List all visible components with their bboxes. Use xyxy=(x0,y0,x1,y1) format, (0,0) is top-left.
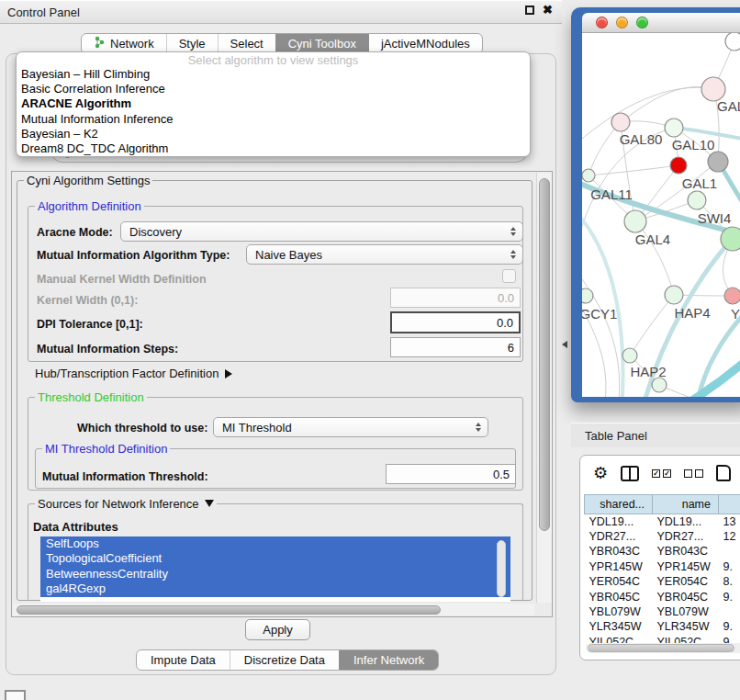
hub-definition-label: Hub/Transcription Factor Definition xyxy=(35,367,219,380)
attribute-item-selfloops[interactable]: SelfLoops xyxy=(40,536,510,551)
table-cell[interactable]: 8. xyxy=(719,574,740,589)
network-window-titlebar[interactable] xyxy=(582,13,740,33)
network-node[interactable] xyxy=(670,157,687,174)
table-cell[interactable]: YER054C xyxy=(653,574,719,589)
tab-select[interactable]: Select xyxy=(218,34,275,53)
algorithm-option-basic-correlation-inference[interactable]: Basic Correlation Inference xyxy=(17,82,530,96)
dpi-tolerance-field[interactable] xyxy=(390,311,521,333)
table-cell[interactable]: YER054C xyxy=(585,574,653,589)
table-cell[interactable]: YBR043C xyxy=(585,544,653,559)
table-cell[interactable]: YPR145W xyxy=(585,559,653,574)
manual-kernel-checkbox[interactable] xyxy=(502,269,516,283)
deselect-all-checkboxes-icon[interactable] xyxy=(684,469,703,478)
table-row[interactable]: YBL079WYBL079W xyxy=(585,604,740,619)
table-cell[interactable]: YBL079W xyxy=(585,604,653,619)
table-cell[interactable]: YDL19... xyxy=(585,514,653,529)
apply-button[interactable]: Apply xyxy=(245,619,310,640)
table-cell[interactable]: YDL19... xyxy=(653,514,719,529)
attribute-item-betweennesscentrality[interactable]: BetweennessCentrality xyxy=(40,567,510,581)
bottom-tab-discretize-data[interactable]: Discretize Data xyxy=(230,650,339,670)
table-cell[interactable]: 13 xyxy=(719,514,740,529)
table-row[interactable]: YDR27...YDR27...12 xyxy=(585,529,740,544)
network-node-gcy1[interactable] xyxy=(582,288,593,303)
column-header-shared-name[interactable]: shared... xyxy=(585,495,653,514)
tab-cyni-toolbox[interactable]: Cyni Toolbox xyxy=(275,34,368,53)
network-node[interactable] xyxy=(725,33,740,51)
tab-network[interactable]: Network xyxy=(82,34,166,53)
table-cell[interactable]: 12 xyxy=(719,529,740,544)
table-cell[interactable] xyxy=(719,544,740,559)
table-cell[interactable]: YBR045C xyxy=(653,589,719,604)
table-cell[interactable]: YLR345W xyxy=(585,619,653,634)
table-horizontal-scrollbar[interactable] xyxy=(586,643,740,653)
table-cell[interactable]: YBL079W xyxy=(653,604,719,619)
network-node-hap4[interactable] xyxy=(665,286,683,304)
zoom-traffic-light-icon[interactable] xyxy=(636,17,648,28)
mi-threshold-field[interactable] xyxy=(386,464,516,484)
table-cell[interactable] xyxy=(719,604,740,619)
aracne-mode-combo[interactable]: Discovery xyxy=(120,221,523,242)
close-icon[interactable]: ✖ xyxy=(543,6,553,15)
hub-definition-toggle[interactable]: Hub/Transcription Factor Definition xyxy=(35,367,232,380)
collapsed-panel-widget[interactable] xyxy=(5,690,26,700)
attributes-scrollbar-thumb[interactable] xyxy=(497,540,506,597)
table-horizontal-scrollbar-thumb[interactable] xyxy=(588,644,734,652)
network-node-gal4[interactable] xyxy=(624,210,646,232)
table-row[interactable]: YBR043CYBR043C xyxy=(585,544,740,559)
table-cell[interactable]: 9. xyxy=(719,619,740,634)
network-node[interactable] xyxy=(652,378,667,392)
tab-style[interactable]: Style xyxy=(166,34,218,53)
table-cell[interactable]: 9. xyxy=(719,589,740,604)
table-row[interactable]: YER054CYER054C8. xyxy=(585,574,740,589)
bottom-tab-impute-data[interactable]: Impute Data xyxy=(137,650,230,670)
data-attributes-list[interactable]: SelfLoopsTopologicalCoefficientBetweenne… xyxy=(40,536,510,602)
kernel-width-field[interactable] xyxy=(390,288,521,308)
network-node-gal1[interactable] xyxy=(688,191,706,209)
column-header-name[interactable]: name xyxy=(653,495,719,514)
network-canvas[interactable]: GALGAL80GAL10GAL1GAL11GAL4GCY1HAP4YHAP2S… xyxy=(582,33,740,397)
mi-type-combo[interactable]: Naive Bayes xyxy=(246,244,523,265)
tab-jactivemnodules[interactable]: jActiveMNodules xyxy=(368,34,482,53)
table-panel-body: ⚙ ✓✓ shared... name YDL19...YDL19...13YD… xyxy=(579,455,740,660)
algorithm-option-dream8-dc-tdc-algorithm[interactable]: Dream8 DC_TDC Algorithm xyxy=(17,141,530,156)
float-window-icon[interactable] xyxy=(525,6,534,15)
bottom-tab-infer-network[interactable]: Infer Network xyxy=(339,650,438,670)
split-columns-icon[interactable] xyxy=(621,466,639,481)
network-node-gal11[interactable] xyxy=(582,169,595,182)
close-traffic-light-icon[interactable] xyxy=(596,17,608,28)
export-table-icon[interactable] xyxy=(716,465,731,481)
network-node-y[interactable] xyxy=(724,288,740,304)
which-threshold-combo[interactable]: MI Threshold xyxy=(213,417,488,437)
algorithm-option-bayesian-k2[interactable]: Bayesian – K2 xyxy=(17,127,530,141)
algorithm-option-bayesian-hill-climbing[interactable]: Bayesian – Hill Climbing xyxy=(17,67,530,82)
algorithm-option-mutual-information-inference[interactable]: Mutual Information Inference xyxy=(17,112,530,127)
table-row[interactable]: YBR045CYBR045C9. xyxy=(585,589,740,604)
network-node-hap2[interactable] xyxy=(622,348,637,363)
table-cell[interactable]: YBR043C xyxy=(653,544,719,559)
attribute-item-topologicalcoefficient[interactable]: TopologicalCoefficient xyxy=(40,551,510,566)
table-row[interactable]: YPR145WYPR145W9. xyxy=(585,559,740,574)
settings-horizontal-scrollbar-thumb[interactable] xyxy=(17,605,441,615)
network-node[interactable] xyxy=(721,227,740,251)
network-node-gal80[interactable] xyxy=(611,113,630,131)
attribute-item-gal4rgexp[interactable]: gal4RGexp xyxy=(40,581,510,596)
minimize-traffic-light-icon[interactable] xyxy=(616,17,628,28)
table-cell[interactable]: YBR045C xyxy=(585,589,653,604)
network-node[interactable] xyxy=(708,152,728,172)
table-cell[interactable]: YLR345W xyxy=(653,619,719,634)
algorithm-option-aracne-algorithm[interactable]: ARACNE Algorithm xyxy=(17,96,530,111)
table-cell[interactable]: YDR27... xyxy=(585,529,653,544)
settings-vertical-scrollbar-thumb[interactable] xyxy=(539,178,550,531)
network-node-gal10[interactable] xyxy=(665,119,683,137)
sources-title-text: Sources for Network Inference xyxy=(38,497,199,511)
network-graph: GALGAL80GAL10GAL1GAL11GAL4GCY1HAP4YHAP2S… xyxy=(582,33,740,397)
table-cell[interactable]: YDR27... xyxy=(653,529,719,544)
select-all-checkboxes-icon[interactable]: ✓✓ xyxy=(652,469,671,478)
mi-steps-field[interactable] xyxy=(390,337,521,357)
gear-icon[interactable]: ⚙ xyxy=(593,465,608,481)
column-header-clipped[interactable] xyxy=(719,495,740,514)
table-row[interactable]: YLR345WYLR345W9. xyxy=(585,619,740,634)
table-cell[interactable]: YPR145W xyxy=(653,559,719,574)
table-cell[interactable]: 9. xyxy=(719,559,740,574)
table-row[interactable]: YDL19...YDL19...13 xyxy=(585,514,740,529)
